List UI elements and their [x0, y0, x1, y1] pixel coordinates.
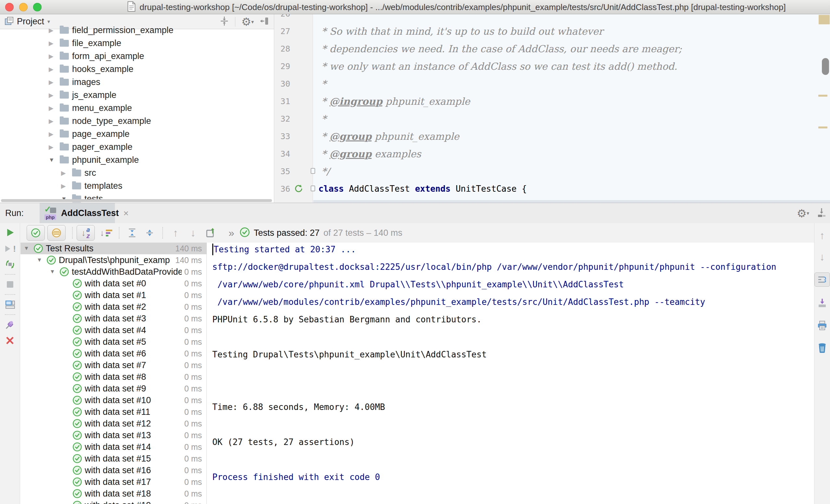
project-tree-item[interactable]: ▶form_api_example — [0, 49, 274, 63]
minimize-window-button[interactable] — [19, 3, 28, 11]
test-tree-row[interactable]: with data set #130 ms — [21, 429, 206, 441]
show-ignored-button[interactable] — [47, 225, 66, 241]
scroll-to-end-icon[interactable] — [815, 296, 830, 310]
pin-tab-icon[interactable] — [0, 317, 20, 332]
sort-by-duration-icon[interactable]: ↓ — [98, 225, 114, 241]
close-tab-icon[interactable]: × — [123, 208, 129, 219]
chevron-down-icon[interactable]: ▼ — [49, 157, 60, 164]
project-tree-item[interactable]: ▶js_example — [0, 89, 274, 102]
test-tree-row[interactable]: with data set #30 ms — [21, 313, 206, 324]
project-tree-item[interactable]: ▶src — [0, 166, 274, 179]
chevron-right-icon[interactable]: ▶ — [49, 104, 60, 112]
project-tree-item[interactable]: ▶page_example — [0, 128, 274, 140]
test-tree-row[interactable]: with data set #120 ms — [21, 418, 206, 429]
previous-occurrence-icon[interactable]: ↑ — [168, 225, 183, 241]
project-tree-item[interactable]: ▶pager_example — [0, 140, 274, 154]
project-tree-item[interactable]: ▼phpunit_example — [0, 154, 274, 166]
project-tree-item[interactable]: ▶hooks_example — [0, 63, 274, 75]
test-tree-row[interactable]: with data set #180 ms — [21, 488, 206, 500]
test-tree-row[interactable]: with data set #00 ms — [21, 278, 206, 289]
chevron-right-icon[interactable]: ▶ — [49, 143, 60, 151]
print-icon[interactable] — [815, 318, 830, 333]
test-tree-row[interactable]: with data set #110 ms — [21, 406, 206, 418]
chevron-double-icon[interactable]: » — [228, 227, 234, 239]
project-tree-item[interactable]: ▶node_type_example — [0, 114, 274, 128]
editor-line: 36class AddClassTest extends UnitTestCas… — [275, 180, 830, 198]
test-tree-row[interactable]: with data set #70 ms — [21, 359, 206, 371]
test-tree-row[interactable]: with data set #90 ms — [21, 383, 206, 394]
test-tree-row[interactable]: ▼Drupal\Tests\phpunit_examp140 ms — [21, 254, 206, 266]
project-tree-item[interactable]: ▶file_example — [0, 37, 274, 49]
scroll-down-icon[interactable]: ↓ — [815, 250, 830, 264]
project-tree-item[interactable]: ▶field_permission_example — [0, 24, 274, 37]
editor-scrollbar-thumb[interactable] — [822, 58, 829, 75]
chevron-right-icon[interactable]: ▶ — [61, 169, 72, 177]
run-test-gutter-icon[interactable] — [294, 184, 303, 194]
test-passed-icon — [72, 489, 82, 499]
test-tree-row[interactable]: with data set #170 ms — [21, 476, 206, 488]
error-stripe-mark[interactable] — [819, 15, 830, 24]
chevron-right-icon[interactable]: ▶ — [49, 117, 60, 125]
test-tree-row[interactable]: with data set #160 ms — [21, 464, 206, 476]
test-tree-row[interactable]: with data set #100 ms — [21, 394, 206, 406]
project-tree-item[interactable]: ▶menu_example — [0, 102, 274, 114]
stop-button[interactable] — [0, 277, 20, 292]
console-line — [212, 363, 814, 381]
chevron-right-icon[interactable]: ▶ — [49, 27, 60, 34]
test-tree-row[interactable]: with data set #150 ms — [21, 453, 206, 464]
dock-window-icon[interactable] — [817, 208, 827, 219]
test-tree-row[interactable]: with data set #50 ms — [21, 336, 206, 348]
chevron-down-icon[interactable]: ▼ — [24, 245, 33, 252]
horizontal-scrollbar[interactable] — [1, 199, 272, 202]
chevron-right-icon[interactable]: ▶ — [49, 66, 60, 73]
test-tree-row[interactable]: ▼testAddWithBadDataProvide0 ms — [21, 266, 206, 278]
rerun-failed-tests-icon[interactable]: ! — [0, 241, 20, 256]
code-editor[interactable]: 2627 * So with that in mind, it's up to … — [275, 14, 830, 203]
test-tree-row[interactable]: with data set #140 ms — [21, 441, 206, 453]
test-results-tree: ▼Test Results140 ms▼Drupal\Tests\phpunit… — [21, 243, 207, 504]
chevron-right-icon[interactable]: ▶ — [49, 78, 60, 86]
test-tree-row[interactable]: ▼Test Results140 ms — [21, 243, 206, 254]
scroll-up-icon[interactable]: ↑ — [815, 228, 830, 243]
chevron-right-icon[interactable]: ▶ — [49, 130, 60, 138]
close-window-button[interactable] — [5, 3, 13, 11]
tree-item-label: hooks_example — [72, 64, 133, 74]
test-tree-row[interactable]: with data set #40 ms — [21, 324, 206, 336]
zoom-window-button[interactable] — [33, 3, 41, 11]
clear-all-icon[interactable] — [815, 340, 830, 355]
collapse-all-icon[interactable] — [142, 225, 157, 241]
restore-layout-icon[interactable] — [0, 297, 20, 312]
chevron-right-icon[interactable]: ▶ — [49, 92, 60, 99]
chevron-right-icon[interactable]: ▶ — [61, 182, 72, 190]
show-passed-button[interactable] — [27, 225, 45, 241]
chevron-down-icon[interactable]: ▼ — [37, 257, 46, 263]
chevron-right-icon[interactable]: ▶ — [49, 53, 60, 60]
test-tree-row[interactable]: with data set #60 ms — [21, 348, 206, 359]
test-passed-icon — [72, 372, 82, 382]
error-stripe-mark[interactable] — [818, 127, 827, 128]
test-tree-row[interactable]: with data set #190 ms — [21, 500, 206, 504]
sort-alphabetically-button[interactable]: ↓az — [76, 225, 95, 241]
fold-marker-icon[interactable] — [311, 168, 315, 174]
soft-wrap-toggle-icon[interactable] — [815, 272, 830, 287]
code-text: * dependencies we need. In the case of A… — [313, 43, 682, 55]
project-tree-item[interactable]: ▶images — [0, 75, 274, 89]
export-test-results-icon[interactable] — [203, 225, 219, 241]
test-console[interactable]: Testing started at 20:37 ...sftp://docke… — [207, 243, 814, 504]
next-occurrence-icon[interactable]: ↓ — [185, 225, 201, 241]
close-panel-icon[interactable]: ✕ — [0, 333, 20, 348]
project-tree-item[interactable]: ▶templates — [0, 179, 274, 192]
error-stripe-mark[interactable] — [818, 95, 827, 97]
rerun-button[interactable] — [0, 225, 20, 240]
chevron-right-icon[interactable]: ▶ — [49, 40, 60, 47]
chevron-down-icon[interactable]: ▼ — [50, 269, 59, 275]
run-tab-addclasstest[interactable]: ✓ php AddClassTest × — [40, 203, 115, 224]
test-tree-row[interactable]: with data set #80 ms — [21, 371, 206, 383]
toggle-auto-test-icon[interactable] — [0, 257, 20, 272]
expand-all-icon[interactable] — [124, 225, 140, 241]
test-tree-row[interactable]: with data set #10 ms — [21, 289, 206, 301]
test-tree-row[interactable]: with data set #20 ms — [21, 301, 206, 313]
test-passed-icon — [72, 337, 82, 347]
fold-marker-icon[interactable] — [311, 186, 315, 191]
gear-icon[interactable]: ⚙▾ — [797, 207, 809, 220]
